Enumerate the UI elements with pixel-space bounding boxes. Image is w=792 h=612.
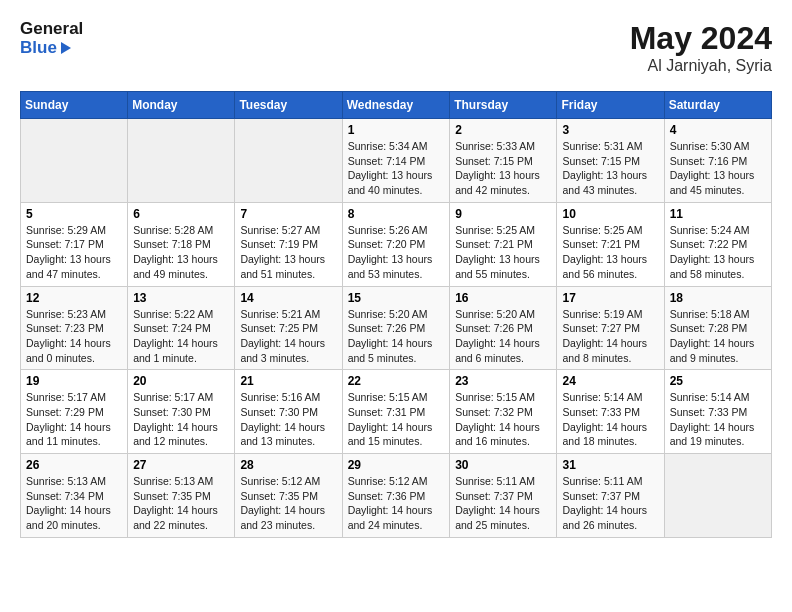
day-number: 9 [455,207,551,221]
day-number: 25 [670,374,766,388]
day-number: 10 [562,207,658,221]
day-info: Sunrise: 5:16 AM Sunset: 7:30 PM Dayligh… [240,390,336,449]
day-number: 11 [670,207,766,221]
day-number: 26 [26,458,122,472]
table-row: 25Sunrise: 5:14 AM Sunset: 7:33 PM Dayli… [664,370,771,454]
day-info: Sunrise: 5:25 AM Sunset: 7:21 PM Dayligh… [562,223,658,282]
day-number: 28 [240,458,336,472]
table-row: 8Sunrise: 5:26 AM Sunset: 7:20 PM Daylig… [342,202,450,286]
table-row: 11Sunrise: 5:24 AM Sunset: 7:22 PM Dayli… [664,202,771,286]
day-number: 24 [562,374,658,388]
table-row: 21Sunrise: 5:16 AM Sunset: 7:30 PM Dayli… [235,370,342,454]
table-row: 13Sunrise: 5:22 AM Sunset: 7:24 PM Dayli… [128,286,235,370]
logo: General Blue [20,20,83,57]
day-info: Sunrise: 5:20 AM Sunset: 7:26 PM Dayligh… [348,307,445,366]
day-info: Sunrise: 5:13 AM Sunset: 7:34 PM Dayligh… [26,474,122,533]
day-info: Sunrise: 5:12 AM Sunset: 7:35 PM Dayligh… [240,474,336,533]
day-info: Sunrise: 5:19 AM Sunset: 7:27 PM Dayligh… [562,307,658,366]
day-info: Sunrise: 5:27 AM Sunset: 7:19 PM Dayligh… [240,223,336,282]
day-info: Sunrise: 5:21 AM Sunset: 7:25 PM Dayligh… [240,307,336,366]
location-subtitle: Al Jarniyah, Syria [630,57,772,75]
day-number: 2 [455,123,551,137]
col-tuesday: Tuesday [235,92,342,119]
col-sunday: Sunday [21,92,128,119]
day-number: 1 [348,123,445,137]
day-info: Sunrise: 5:30 AM Sunset: 7:16 PM Dayligh… [670,139,766,198]
table-row: 2Sunrise: 5:33 AM Sunset: 7:15 PM Daylig… [450,119,557,203]
table-row: 24Sunrise: 5:14 AM Sunset: 7:33 PM Dayli… [557,370,664,454]
table-row: 18Sunrise: 5:18 AM Sunset: 7:28 PM Dayli… [664,286,771,370]
day-number: 4 [670,123,766,137]
day-info: Sunrise: 5:17 AM Sunset: 7:29 PM Dayligh… [26,390,122,449]
table-row [21,119,128,203]
day-info: Sunrise: 5:22 AM Sunset: 7:24 PM Dayligh… [133,307,229,366]
calendar-week-3: 12Sunrise: 5:23 AM Sunset: 7:23 PM Dayli… [21,286,772,370]
col-thursday: Thursday [450,92,557,119]
day-number: 13 [133,291,229,305]
day-number: 8 [348,207,445,221]
table-row: 1Sunrise: 5:34 AM Sunset: 7:14 PM Daylig… [342,119,450,203]
day-number: 14 [240,291,336,305]
day-number: 5 [26,207,122,221]
day-number: 23 [455,374,551,388]
calendar-week-5: 26Sunrise: 5:13 AM Sunset: 7:34 PM Dayli… [21,454,772,538]
logo-container: General Blue [20,20,83,57]
day-info: Sunrise: 5:26 AM Sunset: 7:20 PM Dayligh… [348,223,445,282]
day-info: Sunrise: 5:25 AM Sunset: 7:21 PM Dayligh… [455,223,551,282]
calendar-table: Sunday Monday Tuesday Wednesday Thursday… [20,91,772,538]
day-number: 31 [562,458,658,472]
day-number: 21 [240,374,336,388]
day-number: 17 [562,291,658,305]
table-row: 30Sunrise: 5:11 AM Sunset: 7:37 PM Dayli… [450,454,557,538]
table-row: 17Sunrise: 5:19 AM Sunset: 7:27 PM Dayli… [557,286,664,370]
logo-arrow-icon [61,42,71,54]
table-row: 4Sunrise: 5:30 AM Sunset: 7:16 PM Daylig… [664,119,771,203]
calendar-week-4: 19Sunrise: 5:17 AM Sunset: 7:29 PM Dayli… [21,370,772,454]
col-wednesday: Wednesday [342,92,450,119]
day-number: 16 [455,291,551,305]
table-row [128,119,235,203]
day-info: Sunrise: 5:20 AM Sunset: 7:26 PM Dayligh… [455,307,551,366]
day-number: 3 [562,123,658,137]
table-row: 14Sunrise: 5:21 AM Sunset: 7:25 PM Dayli… [235,286,342,370]
day-number: 7 [240,207,336,221]
table-row: 15Sunrise: 5:20 AM Sunset: 7:26 PM Dayli… [342,286,450,370]
day-info: Sunrise: 5:11 AM Sunset: 7:37 PM Dayligh… [562,474,658,533]
table-row: 29Sunrise: 5:12 AM Sunset: 7:36 PM Dayli… [342,454,450,538]
table-row [664,454,771,538]
table-row: 12Sunrise: 5:23 AM Sunset: 7:23 PM Dayli… [21,286,128,370]
day-number: 18 [670,291,766,305]
day-info: Sunrise: 5:28 AM Sunset: 7:18 PM Dayligh… [133,223,229,282]
day-info: Sunrise: 5:24 AM Sunset: 7:22 PM Dayligh… [670,223,766,282]
table-row: 28Sunrise: 5:12 AM Sunset: 7:35 PM Dayli… [235,454,342,538]
logo-blue-text: Blue [20,39,83,58]
month-year-title: May 2024 [630,20,772,57]
table-row: 6Sunrise: 5:28 AM Sunset: 7:18 PM Daylig… [128,202,235,286]
table-row [235,119,342,203]
day-info: Sunrise: 5:12 AM Sunset: 7:36 PM Dayligh… [348,474,445,533]
day-number: 27 [133,458,229,472]
day-number: 30 [455,458,551,472]
day-number: 29 [348,458,445,472]
table-row: 19Sunrise: 5:17 AM Sunset: 7:29 PM Dayli… [21,370,128,454]
logo-general-text: General [20,20,83,39]
page-header: General Blue May 2024 Al Jarniyah, Syria [20,20,772,75]
table-row: 5Sunrise: 5:29 AM Sunset: 7:17 PM Daylig… [21,202,128,286]
table-row: 26Sunrise: 5:13 AM Sunset: 7:34 PM Dayli… [21,454,128,538]
table-row: 7Sunrise: 5:27 AM Sunset: 7:19 PM Daylig… [235,202,342,286]
day-info: Sunrise: 5:23 AM Sunset: 7:23 PM Dayligh… [26,307,122,366]
day-info: Sunrise: 5:29 AM Sunset: 7:17 PM Dayligh… [26,223,122,282]
calendar-week-2: 5Sunrise: 5:29 AM Sunset: 7:17 PM Daylig… [21,202,772,286]
table-row: 10Sunrise: 5:25 AM Sunset: 7:21 PM Dayli… [557,202,664,286]
day-info: Sunrise: 5:33 AM Sunset: 7:15 PM Dayligh… [455,139,551,198]
table-row: 23Sunrise: 5:15 AM Sunset: 7:32 PM Dayli… [450,370,557,454]
day-info: Sunrise: 5:18 AM Sunset: 7:28 PM Dayligh… [670,307,766,366]
day-info: Sunrise: 5:17 AM Sunset: 7:30 PM Dayligh… [133,390,229,449]
day-number: 15 [348,291,445,305]
day-info: Sunrise: 5:14 AM Sunset: 7:33 PM Dayligh… [670,390,766,449]
day-number: 22 [348,374,445,388]
calendar-header-row: Sunday Monday Tuesday Wednesday Thursday… [21,92,772,119]
day-number: 12 [26,291,122,305]
day-info: Sunrise: 5:34 AM Sunset: 7:14 PM Dayligh… [348,139,445,198]
title-block: May 2024 Al Jarniyah, Syria [630,20,772,75]
